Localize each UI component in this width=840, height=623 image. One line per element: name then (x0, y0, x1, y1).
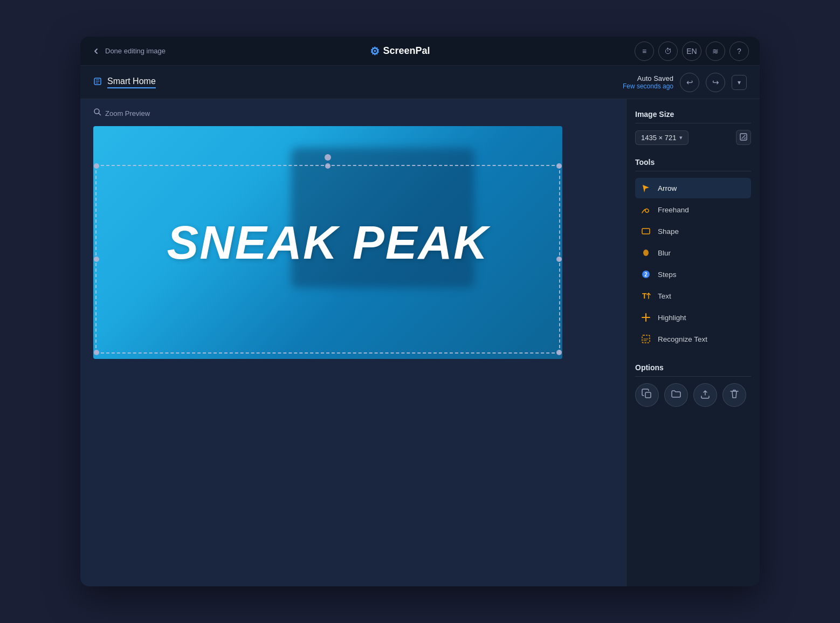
sneak-peak-text: SNEAK PEAK (167, 215, 489, 270)
handle-bottom-left[interactable] (94, 350, 99, 355)
svg-rect-11 (645, 392, 651, 398)
top-nav: Done editing image ⚙ ScreenPal ≡ ⏱ EN ≋ … (80, 37, 760, 66)
second-bar: Smart Home Auto Saved Few seconds ago ↩ … (80, 66, 760, 99)
svg-rect-3 (642, 229, 650, 234)
copy-icon (642, 389, 652, 402)
tool-item-freehand[interactable]: Freehand (635, 199, 751, 220)
doc-title-area: Smart Home (93, 77, 156, 88)
tool-item-recognize-text[interactable]: Recognize Text (635, 329, 751, 349)
main-content: Zoom Preview SNEAK PEAK (80, 99, 760, 586)
image-size-row: 1435 × 721 ▾ (635, 130, 751, 145)
redo-button[interactable]: ↪ (706, 73, 725, 92)
history-dropdown-button[interactable]: ▾ (732, 75, 747, 90)
logo-icon: ⚙ (370, 45, 380, 58)
doc-edit-icon (93, 77, 102, 88)
tool-item-steps[interactable]: 2 Steps (635, 264, 751, 285)
size-value: 1435 × 721 (641, 134, 676, 142)
zoom-preview-bar: Zoom Preview (93, 108, 613, 119)
autosave-label: Auto Saved (623, 74, 673, 82)
history-icon: ⏱ (664, 47, 672, 56)
trash-icon (729, 389, 740, 402)
highlight-icon (639, 311, 652, 324)
tools-title: Tools (635, 158, 751, 171)
image-canvas: SNEAK PEAK (93, 126, 562, 359)
arrow-icon (639, 182, 652, 195)
language-label: EN (686, 47, 697, 56)
blur-icon (639, 246, 652, 259)
undo-icon: ↩ (686, 78, 693, 87)
tool-label-shape: Shape (658, 227, 679, 236)
folder-icon (671, 389, 681, 402)
logo-area: ⚙ ScreenPal (166, 45, 635, 58)
handle-top-left[interactable] (94, 163, 99, 169)
svg-text:T: T (642, 292, 647, 300)
zoom-icon (93, 108, 102, 119)
options-row (635, 383, 751, 407)
tool-label-recognize-text: Recognize Text (658, 335, 707, 343)
tool-item-blur[interactable]: Blur (635, 243, 751, 263)
redo-icon: ↪ (712, 78, 719, 87)
tools-section: Tools Arrow Freehand Shape Blur 2 Steps … (635, 158, 751, 350)
menu-icon: ≡ (642, 47, 646, 56)
nav-history-button[interactable]: ⏱ (658, 41, 678, 61)
canvas-area: Zoom Preview SNEAK PEAK (80, 99, 626, 586)
autosave-text: Auto Saved Few seconds ago (623, 74, 673, 90)
delete-button[interactable] (722, 383, 746, 407)
tool-item-shape[interactable]: Shape (635, 221, 751, 241)
handle-bottom-right[interactable] (556, 350, 562, 355)
export-button[interactable] (693, 383, 717, 407)
resize-icon (740, 133, 747, 142)
size-chevron-icon: ▾ (679, 134, 683, 141)
steps-icon: 2 (639, 268, 652, 281)
image-size-section: Image Size 1435 × 721 ▾ (635, 110, 751, 145)
doc-title-text: Smart Home (107, 77, 156, 88)
image-size-title: Image Size (635, 110, 751, 123)
help-icon: ? (737, 47, 741, 56)
autosave-area: Auto Saved Few seconds ago ↩ ↪ ▾ (623, 73, 747, 92)
layers-icon: ≋ (712, 47, 719, 56)
tool-label-blur: Blur (658, 249, 671, 257)
freehand-icon (639, 203, 652, 216)
logo-text: ScreenPal (383, 45, 430, 57)
tool-label-steps: Steps (658, 271, 677, 279)
back-button[interactable]: Done editing image (91, 46, 166, 56)
chevron-down-icon: ▾ (738, 79, 741, 86)
tool-label-highlight: Highlight (658, 314, 686, 322)
svg-text:2: 2 (644, 272, 648, 278)
nav-right-buttons: ≡ ⏱ EN ≋ ? (635, 41, 749, 61)
handle-top-right[interactable] (556, 163, 562, 169)
svg-point-4 (643, 250, 649, 256)
tool-label-freehand: Freehand (658, 206, 689, 214)
shape-icon (639, 225, 652, 238)
handle-mid-right[interactable] (556, 257, 562, 262)
autosave-time: Few seconds ago (623, 82, 673, 90)
logo: ⚙ ScreenPal (370, 45, 430, 58)
resize-icon-button[interactable] (736, 130, 751, 145)
tools-list: Arrow Freehand Shape Blur 2 Steps T Text… (635, 178, 751, 349)
canvas-frame[interactable]: SNEAK PEAK (93, 126, 613, 578)
nav-language-button[interactable]: EN (682, 41, 701, 61)
open-button[interactable] (664, 383, 688, 407)
back-arrow-icon (91, 46, 101, 56)
options-title: Options (635, 363, 751, 377)
tool-item-text[interactable]: T Text (635, 286, 751, 306)
upload-icon (700, 389, 711, 402)
undo-button[interactable]: ↩ (680, 73, 699, 92)
right-panel: Image Size 1435 × 721 ▾ (626, 99, 760, 586)
nav-layers-button[interactable]: ≋ (706, 41, 725, 61)
recognize-text-icon (639, 333, 652, 345)
text-icon: T (639, 289, 652, 302)
size-selector[interactable]: 1435 × 721 ▾ (635, 130, 688, 145)
copy-button[interactable] (635, 383, 659, 407)
tool-item-arrow[interactable]: Arrow (635, 178, 751, 198)
nav-menu-button[interactable]: ≡ (635, 41, 654, 61)
tool-item-highlight[interactable]: Highlight (635, 307, 751, 328)
handle-mid-left[interactable] (94, 257, 99, 262)
tool-label-text: Text (658, 292, 671, 300)
tool-label-arrow: Arrow (658, 184, 677, 192)
zoom-preview-label: Zoom Preview (105, 109, 150, 117)
nav-help-button[interactable]: ? (729, 41, 749, 61)
options-section: Options (635, 363, 751, 407)
back-label: Done editing image (105, 47, 166, 55)
